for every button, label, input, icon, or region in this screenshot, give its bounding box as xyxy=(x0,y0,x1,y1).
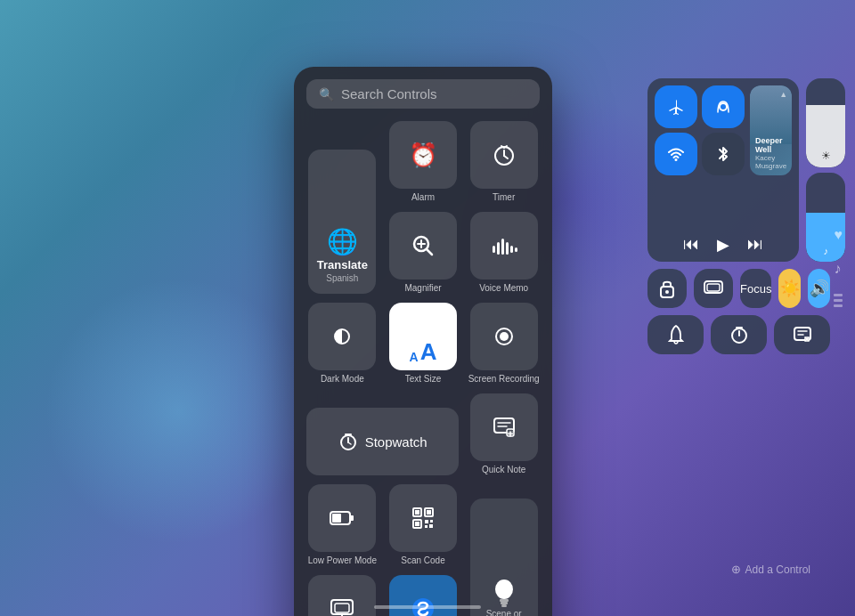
sound-button[interactable]: 🔊 xyxy=(808,269,830,308)
text-size-control[interactable]: A A Text Size xyxy=(387,303,460,385)
screen-recording-label: Screen Recording xyxy=(468,374,540,385)
svg-rect-47 xyxy=(335,604,349,612)
add-control-label: Add a Control xyxy=(745,563,810,576)
low-power-icon xyxy=(330,510,354,526)
svg-rect-14 xyxy=(515,247,517,252)
svg-rect-35 xyxy=(427,510,431,515)
recognize-music-control[interactable]: Recognize Music xyxy=(387,575,460,616)
search-bar[interactable]: 🔍 xyxy=(306,79,540,109)
svg-rect-31 xyxy=(332,514,341,523)
svg-point-17 xyxy=(500,332,509,341)
screen-mirroring-control[interactable]: Screen Mirroring xyxy=(306,575,379,616)
quick-note-label: Quick Note xyxy=(482,465,525,475)
prev-button[interactable]: ⏮ xyxy=(683,235,699,255)
screen-mirror-button2[interactable] xyxy=(694,269,733,308)
scan-code-control[interactable]: Scan Code xyxy=(387,484,460,566)
play-pause-button[interactable]: ▶ xyxy=(717,235,729,255)
screen-time-icon xyxy=(793,325,812,344)
search-input[interactable] xyxy=(341,86,527,101)
focus-button[interactable]: Focus xyxy=(740,269,771,308)
display-mode-button[interactable]: ☀️ xyxy=(778,269,801,308)
svg-rect-13 xyxy=(510,246,513,253)
screen-recording-control[interactable]: Screen Recording xyxy=(468,303,540,385)
media-card: Deeper Well Kacey Musgrave ▲ ⏮ ▶ ⏭ xyxy=(647,78,799,262)
quick-note-icon xyxy=(493,417,516,438)
stopwatch-icon xyxy=(338,432,358,451)
home-scene-sublabel: Scene or Accessory xyxy=(470,609,538,616)
add-control-section[interactable]: ⊕ Add a Control xyxy=(731,563,810,576)
bluetooth-button[interactable] xyxy=(702,133,745,175)
svg-rect-33 xyxy=(415,510,419,515)
svg-rect-11 xyxy=(501,239,504,255)
magnifier-label: Magnifier xyxy=(404,283,441,294)
timer-label: Timer xyxy=(493,192,515,203)
brightness-slider[interactable]: ☀ xyxy=(806,78,845,167)
airplane-icon xyxy=(667,98,685,116)
svg-rect-43 xyxy=(500,599,509,602)
svg-rect-38 xyxy=(425,520,428,523)
media-row: Deeper Well Kacey Musgrave ▲ ⏮ ▶ ⏭ xyxy=(647,78,830,262)
voice-memo-label: Voice Memo xyxy=(479,283,528,294)
dark-mode-control[interactable]: Dark Mode xyxy=(306,303,379,385)
airplane-mode-button[interactable] xyxy=(655,85,697,128)
svg-line-6 xyxy=(427,249,432,255)
text-size-label: Text Size xyxy=(405,374,442,385)
scan-code-icon xyxy=(411,507,435,530)
plus-circle-icon: ⊕ xyxy=(731,563,741,576)
svg-rect-40 xyxy=(425,525,428,528)
music-note-icon: ♪ xyxy=(835,261,843,277)
magnifier-icon xyxy=(411,233,436,258)
svg-rect-37 xyxy=(415,522,419,526)
svg-point-42 xyxy=(495,580,513,599)
voice-memo-control[interactable]: Voice Memo xyxy=(468,212,540,294)
side-icons: ♥ ♪ xyxy=(835,227,843,277)
text-size-large-a: A xyxy=(420,340,437,363)
translate-control[interactable]: 🌐 Translate Spanish xyxy=(306,121,379,294)
airdrop-icon xyxy=(714,98,732,116)
artist-name: Kacey Musgrave xyxy=(755,154,786,170)
quick-note-control[interactable]: Quick Note xyxy=(468,393,540,475)
alarm-control[interactable]: ⏰ Alarm xyxy=(387,121,460,203)
timer-button2[interactable] xyxy=(711,315,767,354)
next-button[interactable]: ⏭ xyxy=(747,235,763,255)
voice-memo-icon xyxy=(491,234,517,257)
controls-grid: 🌐 Translate Spanish ⏰ Alarm xyxy=(306,121,540,616)
screen-time-button[interactable] xyxy=(774,315,830,354)
signal-indicator xyxy=(834,294,843,307)
album-art: Deeper Well Kacey Musgrave ▲ xyxy=(750,85,792,175)
svg-rect-41 xyxy=(429,524,433,528)
dark-mode-label: Dark Mode xyxy=(321,374,364,385)
timer-control[interactable]: Timer xyxy=(468,121,540,203)
notification-button[interactable] xyxy=(647,315,704,354)
wifi-button[interactable] xyxy=(655,133,697,175)
home-indicator[interactable] xyxy=(374,605,481,609)
timer-icon2 xyxy=(729,325,749,344)
lock-mirror-row: Focus ☀️ 🔊 xyxy=(647,269,830,308)
airdrop-button[interactable] xyxy=(702,85,745,128)
svg-line-22 xyxy=(348,442,351,444)
low-power-control[interactable]: Low Power Mode xyxy=(306,484,379,566)
svg-point-52 xyxy=(675,158,678,161)
bluetooth-icon xyxy=(716,144,730,164)
right-section: Deeper Well Kacey Musgrave ▲ ⏮ ▶ ⏭ xyxy=(647,78,830,354)
wifi-icon xyxy=(667,145,685,163)
svg-rect-12 xyxy=(506,242,509,255)
mirror-icon xyxy=(704,280,723,296)
text-size-small-a: A xyxy=(410,351,419,363)
svg-rect-9 xyxy=(493,246,495,253)
screen-mirroring-icon xyxy=(330,599,354,616)
screen-lock-button[interactable] xyxy=(647,269,687,308)
stopwatch-control[interactable]: Stopwatch xyxy=(306,393,459,475)
svg-point-54 xyxy=(665,290,669,294)
magnifier-control[interactable]: Magnifier xyxy=(387,212,460,294)
stopwatch-text: Stopwatch xyxy=(365,434,428,450)
svg-rect-45 xyxy=(501,604,507,607)
low-power-label: Low Power Mode xyxy=(308,555,377,566)
scan-code-label: Scan Code xyxy=(401,555,444,566)
home-scene-control[interactable]: Scene or Accessory Home xyxy=(468,484,540,616)
svg-rect-39 xyxy=(430,520,433,523)
heart-icon: ♥ xyxy=(835,227,843,243)
svg-rect-10 xyxy=(497,242,500,255)
svg-point-51 xyxy=(720,103,727,110)
control-panel: 🔍 🌐 Translate Spanish ⏰ Alarm xyxy=(294,67,552,616)
